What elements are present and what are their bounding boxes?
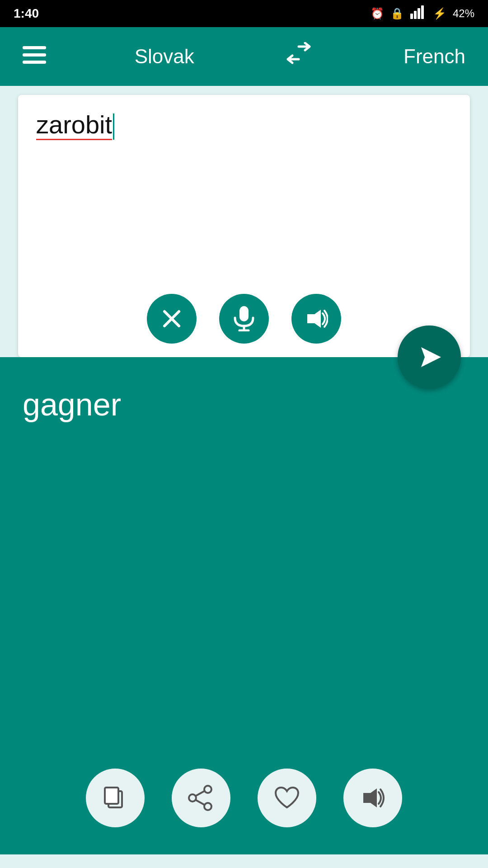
- svg-point-16: [204, 786, 211, 793]
- microphone-button[interactable]: [219, 294, 269, 344]
- input-section: zarobit: [9, 95, 479, 357]
- svg-point-17: [204, 803, 211, 810]
- charging-icon: ⚡: [433, 7, 446, 20]
- input-text-display: zarobit: [36, 108, 452, 142]
- status-icons: ⏰ 🔒 ⚡ 42%: [371, 5, 474, 22]
- output-card: gagner: [0, 357, 488, 854]
- input-card: zarobit: [18, 95, 470, 357]
- toolbar: Slovak French: [0, 27, 488, 86]
- source-language[interactable]: Slovak: [135, 45, 194, 68]
- menu-icon[interactable]: [23, 46, 46, 67]
- input-speak-button[interactable]: [291, 294, 341, 344]
- output-text: gagner: [23, 384, 465, 425]
- share-button[interactable]: [172, 769, 230, 827]
- status-time: 1:40: [14, 6, 39, 21]
- svg-rect-2: [418, 8, 420, 19]
- svg-line-19: [196, 791, 204, 796]
- text-cursor: [113, 113, 114, 140]
- copy-button[interactable]: [86, 769, 145, 827]
- svg-marker-12: [307, 310, 321, 328]
- status-bar: 1:40 ⏰ 🔒 ⚡ 42%: [0, 0, 488, 27]
- output-action-buttons: [86, 769, 402, 827]
- svg-rect-4: [23, 46, 46, 49]
- clear-button[interactable]: [147, 294, 197, 344]
- favorite-button[interactable]: [258, 769, 316, 827]
- send-button[interactable]: [398, 326, 461, 389]
- svg-rect-5: [23, 53, 46, 57]
- svg-rect-1: [414, 11, 417, 19]
- svg-marker-21: [363, 788, 377, 807]
- svg-rect-0: [410, 14, 413, 19]
- svg-rect-3: [421, 5, 424, 19]
- target-language[interactable]: French: [404, 45, 465, 68]
- output-speak-button[interactable]: [343, 769, 402, 827]
- svg-marker-13: [421, 347, 441, 367]
- swap-languages-icon[interactable]: [282, 42, 315, 71]
- svg-rect-9: [239, 306, 249, 321]
- svg-line-20: [196, 800, 204, 805]
- battery-level: 42%: [453, 7, 474, 20]
- svg-rect-15: [105, 788, 118, 804]
- svg-rect-6: [23, 61, 46, 64]
- input-word: zarobit: [36, 110, 112, 140]
- alarm-icon: ⏰: [371, 7, 384, 20]
- input-action-buttons: [147, 294, 341, 344]
- sim-icon: 🔒: [390, 7, 404, 20]
- svg-point-18: [189, 794, 196, 802]
- signal-icon: [410, 5, 427, 22]
